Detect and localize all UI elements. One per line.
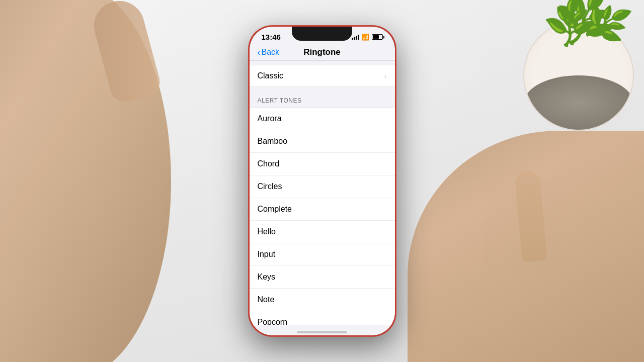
list-item[interactable]: Note [250, 289, 395, 311]
page-title: Ringtone [303, 47, 341, 57]
classic-label: Classic [258, 71, 284, 80]
list-item[interactable]: Keys [250, 266, 395, 289]
classic-ringtone-row[interactable]: Classic › [250, 65, 395, 87]
tone-name: Complete [258, 205, 387, 214]
status-time: 13:46 [262, 33, 281, 41]
tone-name: Keys [258, 273, 387, 282]
wifi-icon: 📶 [362, 34, 369, 41]
alert-tones-header: ALERT TONES [250, 87, 395, 107]
tone-name: Aurora [258, 114, 387, 123]
content-scroll[interactable]: Classic › ALERT TONES Aurora Bamboo [250, 61, 395, 325]
nav-bar: ‹ Back Ringtone [250, 43, 395, 61]
signal-icon [352, 34, 359, 40]
list-item[interactable]: Chord [250, 153, 395, 175]
tone-name: Popcorn [258, 318, 387, 325]
list-item[interactable]: Aurora [250, 108, 395, 130]
list-item[interactable]: Popcorn [250, 311, 395, 325]
notch [292, 27, 352, 41]
list-item[interactable]: Circles [250, 175, 395, 198]
phone: 13:46 📶 [248, 25, 396, 337]
home-bar [297, 331, 347, 333]
chevron-right-icon: › [384, 72, 387, 80]
alert-tones-list: Aurora Bamboo Chord Circles Complete [250, 107, 395, 325]
back-chevron-icon: ‹ [258, 47, 261, 58]
back-label: Back [262, 48, 280, 57]
status-icons: 📶 [352, 34, 383, 41]
tone-name: Chord [258, 159, 387, 168]
tone-name: Circles [258, 182, 387, 191]
list-item[interactable]: Complete [250, 198, 395, 221]
list-item[interactable]: Bamboo [250, 130, 395, 153]
list-item[interactable]: Input [250, 243, 395, 266]
list-item[interactable]: Hello [250, 221, 395, 243]
home-indicator [250, 325, 395, 335]
tone-name: Input [258, 250, 387, 259]
battery-icon [372, 34, 383, 40]
tone-name: Bamboo [258, 137, 387, 146]
tone-name: Hello [258, 227, 387, 236]
back-button[interactable]: ‹ Back [258, 47, 280, 58]
tone-name: Note [258, 295, 387, 304]
